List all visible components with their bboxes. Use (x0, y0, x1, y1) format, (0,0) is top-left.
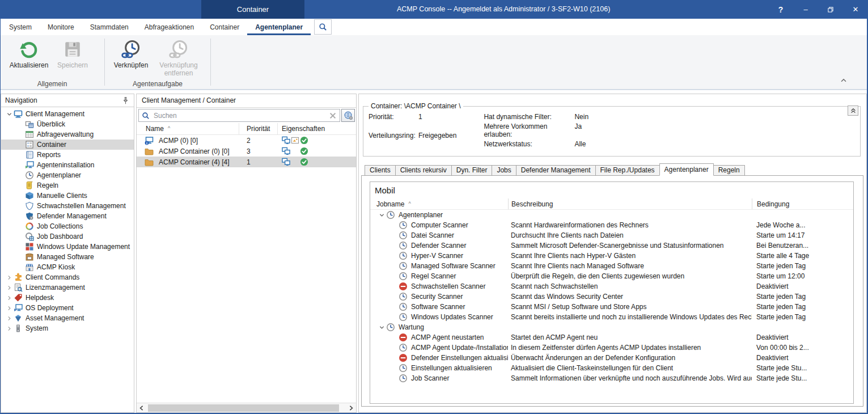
sidebar-item[interactable]: Schwachstellen Management (1, 201, 134, 211)
chevron-right-icon[interactable] (5, 284, 14, 292)
tree-chevron-icon[interactable] (16, 243, 25, 251)
collapse-info-button[interactable] (848, 105, 858, 116)
sidebar-item[interactable]: Helpdesk (1, 293, 134, 303)
pin-icon[interactable] (121, 96, 130, 105)
sidebar-item[interactable]: Client Commands (1, 272, 134, 282)
tree-chevron-icon[interactable] (389, 282, 399, 290)
clear-x-icon[interactable] (329, 112, 337, 120)
job-row[interactable]: Schwachstellen Scanner Scannt nach Schwa… (370, 281, 853, 292)
search-options-button[interactable] (341, 109, 355, 122)
column-jobname[interactable]: Jobname^ (370, 198, 508, 209)
tree-chevron-icon[interactable] (16, 263, 25, 271)
sidebar-item[interactable]: Regeln (1, 180, 134, 191)
sidebar-item[interactable]: Manuelle Clients (1, 191, 134, 201)
sidebar-item[interactable]: ACMP Kiosk (1, 262, 134, 272)
menu-tab[interactable]: Agentenplaner (247, 19, 311, 35)
tree-chevron-icon[interactable] (16, 192, 25, 200)
chevron-down-icon[interactable] (5, 110, 14, 118)
job-row[interactable]: Computer Scanner Scannt Hardwareinformat… (370, 220, 853, 230)
context-tab-container[interactable]: Container (201, 0, 304, 19)
menu-tab[interactable]: System (1, 19, 40, 35)
tree-chevron-icon[interactable] (389, 262, 399, 270)
sidebar-item[interactable]: Defender Management (1, 211, 134, 221)
sidebar-item[interactable]: Agenteninstallation (1, 160, 134, 170)
menu-tab[interactable]: Stammdaten (82, 19, 137, 35)
tree-chevron-icon[interactable] (16, 151, 25, 159)
container-table-row[interactable]: ACMP (0) [0] 2 (137, 135, 356, 146)
detail-tab[interactable]: Defender Management (516, 165, 596, 176)
chevron-down-icon[interactable] (377, 211, 386, 219)
job-row[interactable]: Datei Scanner Durchsucht Ihre Clients na… (370, 230, 853, 240)
column-description[interactable]: Beschreibung (508, 198, 752, 209)
job-row[interactable]: Job Scanner Sammelt Informationen über v… (370, 373, 853, 383)
container-table-row[interactable]: ACMP Container (4) [4] 1 (137, 157, 356, 167)
tree-chevron-icon[interactable] (16, 253, 25, 261)
job-row[interactable]: Software Scanner Scannt MSI / Setup Soft… (370, 302, 853, 312)
scroll-right-icon[interactable] (347, 404, 355, 412)
detail-tab[interactable]: File Rep./Updates (595, 165, 660, 176)
job-row[interactable]: Einstellungen aktualisieren Aktualisiert… (370, 363, 853, 373)
sidebar-item[interactable]: Windows Update Management (1, 242, 134, 252)
detail-tab[interactable]: Clients rekursiv (395, 165, 452, 176)
menu-tab[interactable]: Container (202, 19, 247, 35)
sidebar-item[interactable]: Managed Software (1, 252, 134, 262)
tree-chevron-icon[interactable] (389, 242, 399, 250)
tree-chevron-icon[interactable] (389, 231, 399, 239)
detail-tab[interactable]: Jobs (492, 165, 516, 176)
tree-chevron-icon[interactable] (389, 293, 399, 301)
sidebar-item[interactable]: Reports (1, 150, 134, 160)
close-button[interactable]: ✕ (843, 0, 868, 19)
chevron-down-icon[interactable] (377, 323, 386, 331)
column-condition[interactable]: Bedingung (752, 198, 853, 209)
sidebar-item[interactable]: Container (1, 140, 134, 150)
chevron-right-icon[interactable] (5, 314, 14, 322)
tree-chevron-icon[interactable] (389, 252, 399, 260)
tree-chevron-icon[interactable] (389, 354, 399, 362)
tree-chevron-icon[interactable] (389, 333, 399, 341)
detail-tab[interactable]: Agentenplaner (659, 163, 714, 176)
sidebar-item[interactable]: Agentenplaner (1, 170, 134, 180)
sidebar-item[interactable]: Abfrageverwaltung (1, 129, 134, 140)
tree-chevron-icon[interactable] (16, 120, 25, 128)
chevron-right-icon[interactable] (5, 273, 14, 281)
tree-chevron-icon[interactable] (16, 202, 25, 210)
sidebar-item[interactable]: System (1, 323, 134, 333)
job-row[interactable]: ACMP Agent Update-/Installation... In di… (370, 343, 853, 353)
scrollbar-thumb[interactable] (148, 404, 339, 412)
tree-chevron-icon[interactable] (389, 374, 399, 382)
tree-chevron-icon[interactable] (16, 233, 25, 240)
tree-chevron-icon[interactable] (16, 171, 25, 179)
job-row[interactable]: Agentenplaner (370, 210, 853, 220)
horizontal-scrollbar[interactable] (137, 403, 356, 412)
job-row[interactable]: Defender Scanner Sammelt Microsoft Defen… (370, 240, 853, 251)
tree-chevron-icon[interactable] (389, 221, 399, 229)
detail-tab[interactable]: Clients (365, 165, 396, 176)
sidebar-item[interactable]: Lizenzmanagement (1, 282, 134, 293)
detail-tab[interactable]: Dyn. Filter (451, 165, 493, 176)
chevron-right-icon[interactable] (5, 324, 14, 332)
chevron-right-icon[interactable] (5, 294, 14, 302)
job-row[interactable]: Windows Updates Scanner Scannt bereits i… (370, 312, 853, 322)
column-name[interactable]: Name^ (137, 125, 239, 133)
tree-chevron-icon[interactable] (16, 141, 25, 149)
container-table-row[interactable]: ACMP Container (0) [0] 3 (137, 146, 356, 157)
minimize-button[interactable]: – (793, 0, 818, 19)
search-input[interactable] (153, 111, 329, 120)
job-row[interactable]: Wartung (370, 322, 853, 332)
sidebar-item[interactable]: Client Management (1, 109, 134, 119)
tree-chevron-icon[interactable] (16, 222, 25, 230)
sidebar-item[interactable]: Job Dashboard (1, 231, 134, 242)
column-properties[interactable]: Eigenschaften (277, 123, 356, 134)
job-row[interactable]: Hyper-V Scanner Scannt Ihre Clients nach… (370, 251, 853, 261)
tree-chevron-icon[interactable] (16, 161, 25, 169)
tree-chevron-icon[interactable] (389, 272, 399, 280)
menu-tab[interactable]: Abfrageaktionen (137, 19, 202, 35)
job-row[interactable]: ACMP Agent neustarten Startet den ACMP A… (370, 332, 853, 343)
tree-chevron-icon[interactable] (389, 313, 399, 321)
job-row[interactable]: Managed Software Scanner Scannt Ihre Cli… (370, 261, 853, 271)
menu-tab[interactable]: Monitore (40, 19, 82, 35)
job-row[interactable]: Regel Scanner Überprüft die Regeln, die … (370, 271, 853, 281)
chevron-right-icon[interactable] (5, 304, 14, 312)
tree-chevron-icon[interactable] (389, 344, 399, 352)
column-priority[interactable]: Priorität (239, 123, 277, 134)
